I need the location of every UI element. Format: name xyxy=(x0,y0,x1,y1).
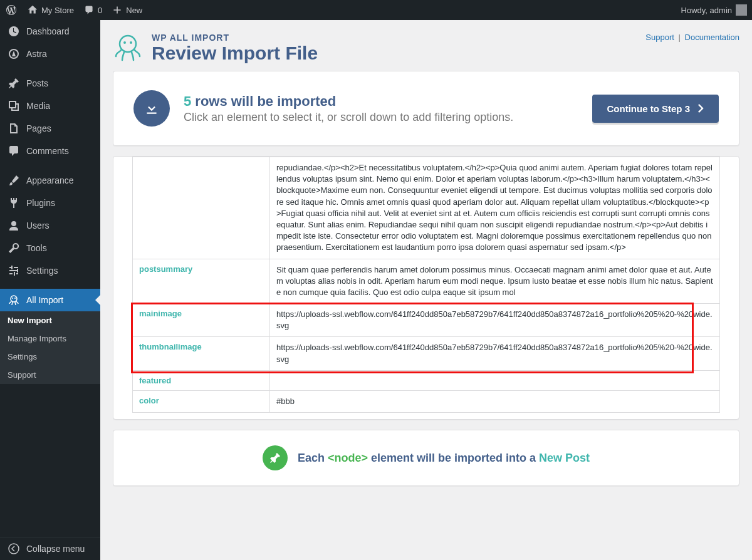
plug-icon xyxy=(8,197,20,209)
sidebar-sub-manage[interactable]: Manage Imports xyxy=(0,329,100,348)
sidebar-item-comments[interactable]: Comments xyxy=(0,140,100,162)
field-value: https://uploads-ssl.webflow.com/641ff240… xyxy=(270,304,720,337)
sidebar-sub-new-import[interactable]: New Import xyxy=(0,311,100,329)
field-name: mainimage xyxy=(132,304,270,337)
sidebar-item-label: Pages xyxy=(26,123,51,133)
field-value xyxy=(270,371,720,391)
table-row[interactable]: repudiandae.</p><h2>Et necessitatibus vo… xyxy=(132,157,720,259)
collapse-icon xyxy=(8,542,20,555)
chevron-right-icon xyxy=(697,104,704,113)
admin-sidebar: Dashboard Astra Posts Media Pages Commen… xyxy=(0,20,100,560)
sidebar-item-appearance[interactable]: Appearance xyxy=(0,169,100,192)
import-count-title: 5 rows will be imported xyxy=(184,93,578,110)
field-name: color xyxy=(132,391,270,413)
sidebar-item-media[interactable]: Media xyxy=(0,95,100,117)
octopus-logo-icon xyxy=(113,33,143,63)
sidebar-item-users[interactable]: Users xyxy=(0,214,100,237)
svg-point-7 xyxy=(130,41,132,44)
site-link[interactable]: My Store xyxy=(28,5,74,15)
collapse-menu[interactable]: Collapse menu xyxy=(0,537,100,560)
download-icon xyxy=(133,90,170,127)
comments-link[interactable]: 0 xyxy=(84,5,102,15)
footer-text: Each <node> element will be imported int… xyxy=(298,452,590,465)
sidebar-item-plugins[interactable]: Plugins xyxy=(0,192,100,214)
dashboard-icon xyxy=(8,25,20,38)
sidebar-item-label: Astra xyxy=(26,49,47,59)
wrench-icon xyxy=(8,242,20,254)
svg-point-6 xyxy=(123,41,126,44)
table-row[interactable]: postsummarySit quam quae perferendis har… xyxy=(132,259,720,304)
sidebar-item-label: Plugins xyxy=(26,198,55,208)
pin-circle-icon xyxy=(263,445,288,470)
brush-icon xyxy=(8,174,20,187)
field-value: Sit quam quae perferendis harum amet dol… xyxy=(270,259,720,304)
field-name: thumbnailimage xyxy=(132,337,270,370)
sidebar-item-settings[interactable]: Settings xyxy=(0,259,100,282)
data-table-panel: repudiandae.</p><h2>Et necessitatibus vo… xyxy=(113,156,739,420)
svg-point-1 xyxy=(11,296,17,302)
svg-point-2 xyxy=(12,298,13,299)
site-name: My Store xyxy=(41,6,74,15)
page-icon xyxy=(8,122,20,135)
sidebar-item-label: Tools xyxy=(26,243,47,253)
page-title: Review Import File xyxy=(152,43,318,63)
table-row[interactable]: color#bbb xyxy=(132,391,720,413)
field-name: featured xyxy=(132,371,270,391)
footer-panel: Each <node> element will be imported int… xyxy=(113,430,739,486)
field-name: postsummary xyxy=(132,259,270,304)
comment-icon xyxy=(8,145,20,157)
wordpress-icon xyxy=(5,4,18,16)
media-icon xyxy=(8,100,20,112)
field-value: #bbb xyxy=(270,391,720,413)
new-link[interactable]: New xyxy=(112,5,142,15)
sidebar-item-label: Dashboard xyxy=(26,26,70,36)
svg-point-3 xyxy=(14,298,16,299)
sidebar-sub-support[interactable]: Support xyxy=(0,366,100,384)
sidebar-sub-settings[interactable]: Settings xyxy=(0,348,100,366)
table-row[interactable]: mainimagehttps://uploads-ssl.webflow.com… xyxy=(132,304,720,337)
sidebar-item-dashboard[interactable]: Dashboard xyxy=(0,20,100,43)
svg-point-4 xyxy=(9,544,19,554)
svg-point-5 xyxy=(120,36,136,52)
main-content: WP ALL IMPORT Review Import File Support… xyxy=(100,20,752,560)
header-links: Support | Documentation xyxy=(645,33,739,42)
plus-icon xyxy=(112,5,122,15)
field-value: https://uploads-ssl.webflow.com/641ff240… xyxy=(270,337,720,370)
astra-icon xyxy=(8,48,20,60)
sidebar-item-label: Users xyxy=(26,220,50,231)
sidebar-item-label: Posts xyxy=(26,78,48,88)
wp-logo[interactable] xyxy=(5,4,18,16)
docs-link[interactable]: Documentation xyxy=(685,33,739,42)
field-name xyxy=(132,157,270,259)
comment-count: 0 xyxy=(98,6,102,15)
continue-button[interactable]: Continue to Step 3 xyxy=(592,95,719,123)
pin-icon xyxy=(8,77,20,90)
brand-subtitle: WP ALL IMPORT xyxy=(152,33,318,43)
greeting: Howdy, admin xyxy=(681,6,732,15)
octopus-icon xyxy=(8,294,20,306)
table-row[interactable]: featured xyxy=(132,371,720,391)
sidebar-item-all-import[interactable]: All Import xyxy=(0,289,100,311)
new-label: New xyxy=(126,6,142,15)
account-link[interactable]: Howdy, admin xyxy=(681,4,747,16)
sidebar-item-astra[interactable]: Astra xyxy=(0,43,100,65)
sidebar-item-label: Appearance xyxy=(26,175,74,185)
import-subtext: Click an element to select it, or scroll… xyxy=(184,111,578,124)
admin-toolbar: My Store 0 New Howdy, admin xyxy=(0,0,752,20)
sidebar-item-label: Comments xyxy=(26,146,69,156)
user-icon xyxy=(8,219,20,232)
sidebar-item-posts[interactable]: Posts xyxy=(0,72,100,95)
sidebar-item-label: All Import xyxy=(26,295,63,305)
info-panel: 5 rows will be imported Click an element… xyxy=(113,71,739,146)
sidebar-item-tools[interactable]: Tools xyxy=(0,237,100,259)
comment-icon xyxy=(84,5,94,15)
support-link[interactable]: Support xyxy=(645,33,674,42)
sidebar-item-label: Settings xyxy=(26,266,58,276)
avatar xyxy=(736,4,747,16)
sidebar-item-pages[interactable]: Pages xyxy=(0,117,100,140)
home-icon xyxy=(28,5,38,15)
table-row[interactable]: thumbnailimagehttps://uploads-ssl.webflo… xyxy=(132,337,720,370)
sidebar-item-label: Media xyxy=(26,101,50,111)
sliders-icon xyxy=(8,264,20,277)
field-value: repudiandae.</p><h2>Et necessitatibus vo… xyxy=(270,157,720,259)
